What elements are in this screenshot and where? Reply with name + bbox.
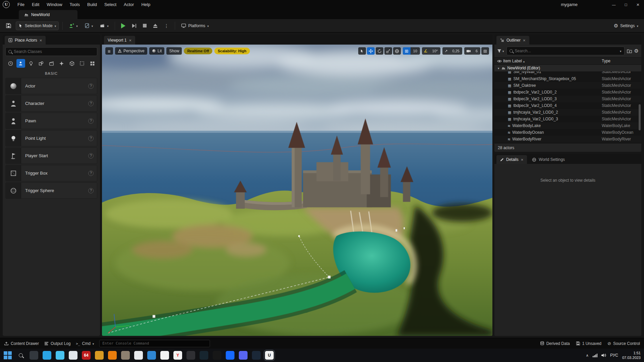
close-button[interactable] [632, 0, 644, 9]
select-tool-button[interactable] [358, 47, 366, 55]
help-icon[interactable] [88, 171, 94, 176]
taskbar-app-blender[interactable] [108, 351, 117, 360]
list-item-trigger-box[interactable]: Trigger Box [5, 165, 97, 181]
outliner-settings-button[interactable] [634, 48, 639, 54]
console-command-box[interactable] [99, 340, 210, 347]
add-actor-button[interactable] [66, 21, 80, 30]
category-geometry[interactable] [67, 59, 76, 68]
show-dropdown[interactable]: Show [166, 47, 182, 55]
table-row[interactable]: tbdpec3r_Var2_LOD0_4StaticMeshActor [494, 102, 641, 109]
settings-dropdown[interactable]: Settings [611, 21, 641, 31]
viewport-options-button[interactable] [105, 47, 113, 55]
taskbar-app-brew[interactable] [95, 351, 104, 360]
start-button[interactable] [3, 351, 12, 360]
column-item-label[interactable]: Item Label [503, 59, 522, 63]
scale-snap-control[interactable]: 0,25 [442, 47, 462, 55]
table-row[interactable]: tmjhcayia_Var2_LOD0_2StaticMeshActor [494, 109, 641, 116]
table-row[interactable]: tbdpec3r_Var2_LOD0_2StaticMeshActor [494, 89, 641, 96]
tray-expand-icon[interactable] [586, 353, 589, 358]
taskbar-app-vscode[interactable] [147, 351, 156, 360]
outliner-search-input[interactable] [515, 49, 618, 53]
view-mode-dropdown[interactable]: Lit [149, 47, 165, 55]
menu-help[interactable]: Help [138, 0, 154, 9]
category-visual-effects[interactable] [57, 59, 66, 68]
table-row[interactable]: tbdpec3r_Var2_LOD0_3StaticMeshActor [494, 96, 641, 102]
console-command-input[interactable] [102, 341, 207, 346]
selection-mode-dropdown[interactable]: Selection Mode [16, 21, 59, 30]
taskbar-app-steam[interactable] [252, 351, 261, 360]
menu-edit[interactable]: Edit [28, 0, 43, 9]
taskbar-clock[interactable]: 1:51 07.03.2023 [622, 351, 641, 360]
stop-button[interactable] [141, 22, 149, 29]
taskbar-app-yandex[interactable]: Y [173, 351, 182, 360]
menu-tools[interactable]: Tools [66, 0, 84, 9]
taskbar-app-project64[interactable]: 64 [82, 351, 91, 360]
content-drawer-button[interactable]: Content Drawer [4, 341, 39, 346]
category-basic[interactable] [16, 59, 25, 68]
category-lights[interactable] [26, 59, 35, 68]
category-all-classes[interactable] [88, 59, 97, 68]
rotation-snap-control[interactable]: 10° [422, 47, 440, 55]
taskbar-app-unity-hub[interactable] [69, 351, 77, 360]
taskbar-app-itch[interactable] [160, 351, 169, 360]
category-cinematic[interactable] [47, 59, 56, 68]
clipped-row[interactable]: SM_IvyWall_01 StaticMeshActor [494, 71, 641, 75]
taskbar-app-behance[interactable] [226, 351, 234, 360]
world-settings-tab[interactable]: World Settings [528, 155, 569, 164]
taskbar-app-unreal[interactable]: U [265, 351, 274, 360]
list-item-character[interactable]: Character [5, 95, 97, 112]
scalability-badge[interactable]: Scalability: High [214, 48, 250, 54]
close-icon[interactable] [523, 38, 526, 43]
menu-select[interactable]: Select [101, 0, 120, 9]
taskbar-app-photoshop[interactable] [200, 351, 208, 360]
help-icon[interactable] [88, 118, 94, 124]
help-icon[interactable] [88, 83, 94, 89]
taskbar-app-artstation[interactable] [213, 351, 221, 360]
help-icon[interactable] [88, 101, 94, 106]
minimize-button[interactable] [608, 0, 620, 9]
search-classes-input[interactable] [14, 49, 94, 54]
table-row[interactable]: WaterBodyRiverWaterBodyRiver [494, 136, 641, 142]
rotate-tool-button[interactable] [376, 47, 383, 55]
eject-button[interactable] [151, 22, 160, 29]
language-indicator[interactable]: РУС [610, 353, 618, 358]
scale-tool-button[interactable] [384, 47, 392, 55]
outliner-search[interactable] [506, 47, 625, 55]
list-item-player-start[interactable]: Player Start [5, 147, 97, 164]
list-item-trigger-sphere[interactable]: Trigger Sphere [5, 182, 97, 199]
taskbar-app-epic[interactable] [186, 351, 195, 360]
play-button[interactable] [119, 21, 128, 30]
taskbar-app-gimp[interactable] [121, 351, 130, 360]
category-shapes[interactable] [37, 59, 46, 68]
column-type[interactable]: Type [602, 59, 641, 63]
taskbar-app-chrome[interactable] [134, 351, 143, 360]
viewport-3d[interactable]: Perspective Lit Show Realtime Off Scalab… [102, 45, 492, 336]
cmd-dropdown[interactable]: Cmd [76, 341, 94, 346]
taskbar-app-browser-dark[interactable] [30, 351, 38, 360]
camera-speed-control[interactable]: 6 [464, 47, 480, 55]
speaker-icon[interactable] [601, 353, 606, 357]
level-tab[interactable]: NewWorld [19, 10, 77, 19]
menu-build[interactable]: Build [84, 0, 101, 9]
move-tool-button[interactable] [367, 47, 375, 55]
source-control-button[interactable]: Source Control [607, 341, 640, 346]
table-row[interactable]: SM_IvyWall_01 StaticMeshActor [494, 71, 641, 75]
play-options-button[interactable] [162, 21, 171, 30]
cinematics-button[interactable] [97, 21, 111, 30]
skip-to-button[interactable] [130, 22, 139, 29]
details-tab[interactable]: Details [496, 155, 527, 164]
table-row[interactable]: tmjhcayia_Var2_LOD0_3StaticMeshActor [494, 116, 641, 122]
menu-file[interactable]: File [14, 0, 28, 9]
taskbar-app-telegram[interactable] [43, 351, 51, 360]
table-row[interactable]: SM_OaktreeStaticMeshActor [494, 82, 641, 89]
maximize-viewport-button[interactable] [481, 47, 489, 55]
scrollbar[interactable] [639, 104, 641, 130]
help-icon[interactable] [88, 136, 94, 141]
close-icon[interactable] [129, 38, 131, 43]
blueprints-button[interactable] [82, 21, 96, 30]
place-actors-tab[interactable]: Place Actors [5, 36, 46, 45]
help-icon[interactable] [88, 153, 94, 159]
taskbar-app-discord[interactable] [239, 351, 248, 360]
taskbar-app-messenger[interactable] [56, 351, 64, 360]
unsaved-button[interactable]: 1 Unsaved [576, 341, 601, 346]
